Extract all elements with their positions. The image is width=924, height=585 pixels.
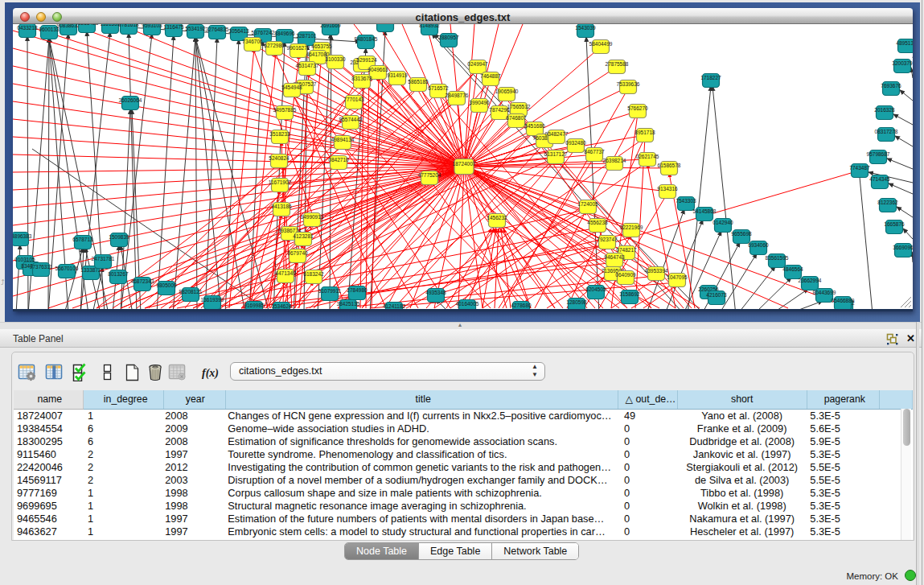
svg-text:1509839: 1509839 bbox=[109, 234, 129, 240]
svg-text:4846564: 4846564 bbox=[782, 266, 803, 272]
svg-text:49894134: 49894134 bbox=[331, 137, 355, 142]
svg-text:0932480: 0932480 bbox=[565, 140, 586, 146]
svg-text:8013267: 8013267 bbox=[108, 271, 129, 277]
svg-text:80443699: 80443699 bbox=[813, 290, 836, 295]
svg-text:84801845: 84801845 bbox=[355, 36, 378, 42]
svg-text:1724005: 1724005 bbox=[577, 201, 598, 207]
svg-text:02621745: 02621745 bbox=[636, 154, 659, 159]
svg-text:5451680: 5451680 bbox=[524, 123, 545, 129]
svg-text:27875588: 27875588 bbox=[606, 61, 629, 67]
svg-text:32764835: 32764835 bbox=[206, 27, 229, 32]
svg-text:34957885: 34957885 bbox=[273, 107, 297, 113]
svg-text:0842710: 0842710 bbox=[328, 157, 349, 163]
svg-text:75339636: 75339636 bbox=[617, 81, 640, 87]
svg-text:1543039: 1543039 bbox=[575, 25, 596, 31]
svg-text:19065940: 19065940 bbox=[495, 89, 519, 94]
svg-text:1047095: 1047095 bbox=[667, 274, 688, 280]
svg-text:61586578: 61586578 bbox=[658, 163, 681, 168]
svg-text:41241182: 41241182 bbox=[383, 303, 406, 309]
svg-text:6204505: 6204505 bbox=[585, 286, 606, 292]
svg-text:40265423: 40265423 bbox=[76, 24, 99, 26]
svg-text:8849696: 8849696 bbox=[274, 31, 295, 36]
svg-text:4278680: 4278680 bbox=[511, 303, 532, 308]
svg-text:0142940: 0142940 bbox=[713, 220, 733, 225]
svg-text:5454948: 5454948 bbox=[281, 84, 302, 90]
svg-text:6934060: 6934060 bbox=[748, 242, 769, 248]
svg-text:92221969: 92221969 bbox=[620, 225, 643, 230]
svg-text:88208121: 88208121 bbox=[179, 289, 203, 295]
svg-text:7464887: 7464887 bbox=[480, 73, 501, 79]
svg-text:18724007: 18724007 bbox=[453, 161, 476, 167]
svg-text:8148932: 8148932 bbox=[419, 24, 440, 28]
svg-text:8951718: 8951718 bbox=[634, 130, 655, 135]
svg-text:83561595: 83561595 bbox=[766, 255, 789, 261]
svg-text:7543303: 7543303 bbox=[676, 198, 696, 204]
svg-text:7923747: 7923747 bbox=[597, 237, 618, 242]
svg-text:28498776: 28498776 bbox=[446, 93, 469, 98]
svg-text:1161559: 1161559 bbox=[101, 24, 121, 27]
svg-text:3990490: 3990490 bbox=[469, 100, 490, 105]
svg-text:0249947: 0249947 bbox=[467, 61, 488, 67]
svg-text:9049663: 9049663 bbox=[368, 67, 388, 72]
svg-text:7770143: 7770143 bbox=[343, 97, 364, 102]
svg-text:1456232: 1456232 bbox=[487, 215, 507, 220]
svg-text:9413186: 9413186 bbox=[271, 204, 292, 209]
svg-text:8122362: 8122362 bbox=[877, 200, 898, 205]
svg-text:4216073: 4216073 bbox=[706, 292, 727, 298]
svg-text:4627048: 4627048 bbox=[375, 24, 396, 25]
svg-text:7346706: 7346706 bbox=[242, 39, 263, 44]
svg-text:51079911: 51079911 bbox=[318, 288, 342, 294]
svg-text:1316475: 1316475 bbox=[163, 24, 184, 30]
svg-text:3100330: 3100330 bbox=[325, 56, 346, 62]
svg-text:23662994: 23662994 bbox=[799, 278, 822, 283]
svg-text:5534192: 5534192 bbox=[185, 26, 206, 31]
svg-text:9464743: 9464743 bbox=[604, 254, 625, 260]
svg-text:9134316: 9134316 bbox=[657, 186, 678, 192]
svg-text:53767242: 53767242 bbox=[252, 30, 275, 35]
svg-text:08317278: 08317278 bbox=[875, 129, 898, 134]
svg-text:26398214: 26398214 bbox=[603, 158, 626, 163]
svg-text:05466889: 05466889 bbox=[832, 298, 855, 303]
svg-text:45314737: 45314737 bbox=[296, 63, 319, 68]
svg-text:0781618: 0781618 bbox=[118, 24, 139, 27]
svg-text:5299124: 5299124 bbox=[356, 57, 377, 63]
svg-text:1665876: 1665876 bbox=[884, 221, 905, 227]
svg-text:99016272: 99016272 bbox=[287, 45, 310, 51]
svg-text:43953394: 43953394 bbox=[645, 268, 668, 274]
svg-text:4935348: 4935348 bbox=[425, 290, 446, 295]
svg-text:6272980: 6272980 bbox=[264, 43, 285, 48]
svg-text:0433218: 0433218 bbox=[17, 25, 38, 31]
svg-text:0679740: 0679740 bbox=[287, 250, 308, 256]
svg-text:8313678: 8313678 bbox=[351, 76, 372, 81]
svg-text:61317127: 61317127 bbox=[544, 151, 568, 157]
svg-text:5240824: 5240824 bbox=[269, 155, 290, 161]
svg-text:97376311: 97376311 bbox=[30, 264, 53, 270]
svg-text:9169985: 9169985 bbox=[244, 303, 265, 308]
svg-text:9655698: 9655698 bbox=[731, 231, 752, 237]
svg-text:40164005: 40164005 bbox=[456, 301, 479, 307]
svg-text:4714345: 4714345 bbox=[869, 176, 890, 182]
svg-text:3534624: 3534624 bbox=[271, 303, 292, 309]
svg-text:6716572: 6716572 bbox=[428, 85, 449, 91]
svg-text:5865185: 5865185 bbox=[408, 79, 429, 84]
svg-text:2880957: 2880957 bbox=[438, 35, 459, 40]
svg-text:3056413: 3056413 bbox=[228, 28, 249, 34]
svg-text:4471349: 4471349 bbox=[275, 270, 296, 276]
svg-text:56670106: 56670106 bbox=[55, 266, 79, 271]
svg-text:58404499: 58404499 bbox=[589, 41, 613, 47]
svg-text:4123281: 4123281 bbox=[293, 233, 314, 239]
svg-text:9314919: 9314919 bbox=[387, 72, 408, 78]
svg-text:4556238: 4556238 bbox=[587, 220, 608, 225]
svg-text:54145868: 54145868 bbox=[693, 208, 717, 214]
svg-text:7693676: 7693676 bbox=[881, 83, 901, 89]
svg-text:1718227: 1718227 bbox=[700, 75, 721, 80]
svg-text:36026064: 36026064 bbox=[119, 97, 142, 103]
svg-text:46872343: 46872343 bbox=[131, 278, 154, 284]
svg-text:9593103: 9593103 bbox=[142, 24, 162, 28]
svg-text:24896383: 24896383 bbox=[13, 233, 32, 239]
svg-text:6183242: 6183242 bbox=[303, 271, 324, 277]
svg-text:4895134: 4895134 bbox=[896, 40, 913, 46]
svg-text:3669096: 3669096 bbox=[893, 245, 913, 250]
svg-text:0103105: 0103105 bbox=[14, 257, 35, 262]
svg-text:6578713: 6578713 bbox=[72, 237, 93, 242]
